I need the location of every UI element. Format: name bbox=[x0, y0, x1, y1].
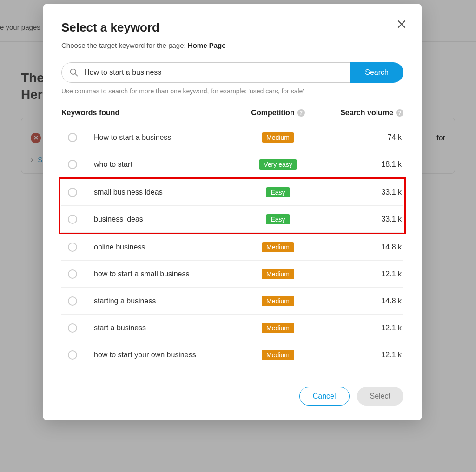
modal-title: Select a keyword bbox=[61, 20, 403, 35]
help-icon[interactable]: ? bbox=[396, 109, 403, 117]
keyword-text: how to start a small business bbox=[94, 270, 236, 278]
volume-cell: 12.1 k bbox=[320, 270, 403, 278]
competition-badge: Medium bbox=[262, 242, 294, 252]
radio-button[interactable] bbox=[68, 323, 77, 333]
volume-cell: 74 k bbox=[320, 133, 403, 142]
col-volume: Search volume ? bbox=[320, 109, 403, 117]
competition-badge: Medium bbox=[262, 350, 294, 360]
keyword-text: business ideas bbox=[94, 215, 236, 223]
table-row[interactable]: How to start a businessMedium74 k bbox=[61, 124, 403, 151]
search-input-wrap[interactable] bbox=[61, 62, 350, 83]
competition-cell: Easy bbox=[236, 187, 320, 197]
radio-button[interactable] bbox=[68, 188, 77, 197]
search-row: Search bbox=[61, 62, 403, 83]
radio-button[interactable] bbox=[68, 160, 77, 169]
competition-cell: Medium bbox=[236, 269, 320, 279]
radio-button[interactable] bbox=[68, 269, 77, 279]
cancel-button[interactable]: Cancel bbox=[299, 387, 350, 406]
volume-cell: 12.1 k bbox=[320, 351, 403, 359]
volume-cell: 14.8 k bbox=[320, 243, 403, 251]
competition-cell: Very easy bbox=[236, 159, 320, 170]
competition-badge: Medium bbox=[262, 323, 294, 333]
help-icon[interactable]: ? bbox=[298, 109, 305, 117]
svg-line-1 bbox=[75, 74, 78, 76]
table-row[interactable]: business ideasEasy33.1 k bbox=[61, 206, 403, 233]
table-row[interactable]: small business ideasEasy33.1 k bbox=[61, 179, 403, 206]
keyword-text: How to start a business bbox=[94, 133, 236, 142]
volume-cell: 18.1 k bbox=[320, 160, 403, 169]
table-row[interactable]: how to start your own businessMedium12.1… bbox=[61, 341, 403, 368]
competition-badge: Easy bbox=[266, 214, 290, 224]
volume-cell: 33.1 k bbox=[320, 215, 403, 223]
keyword-text: online business bbox=[94, 243, 236, 251]
competition-cell: Easy bbox=[236, 214, 320, 224]
keyword-text: starting a business bbox=[94, 297, 236, 305]
competition-cell: Medium bbox=[236, 350, 320, 360]
select-keyword-modal: Select a keyword Choose the target keywo… bbox=[43, 4, 422, 420]
competition-badge: Easy bbox=[266, 187, 290, 197]
col-competition: Competition ? bbox=[236, 109, 320, 117]
table-body: How to start a businessMedium74 kwho to … bbox=[61, 124, 403, 368]
competition-cell: Medium bbox=[236, 242, 320, 252]
competition-badge: Medium bbox=[262, 269, 294, 279]
competition-cell: Medium bbox=[236, 296, 320, 306]
radio-button[interactable] bbox=[68, 350, 77, 360]
radio-button[interactable] bbox=[68, 215, 77, 224]
search-hint: Use commas to search for more than one k… bbox=[61, 87, 403, 95]
close-icon bbox=[396, 19, 407, 30]
table-header: Keywords found Competition ? Search volu… bbox=[61, 109, 403, 124]
search-icon bbox=[69, 68, 79, 77]
volume-cell: 33.1 k bbox=[320, 188, 403, 197]
table-row[interactable]: how to start a small businessMedium12.1 … bbox=[61, 261, 403, 288]
search-input[interactable] bbox=[84, 68, 342, 77]
competition-badge: Very easy bbox=[259, 159, 297, 170]
subtitle-page-name: Home Page bbox=[188, 41, 226, 49]
table-row[interactable]: online businessMedium14.8 k bbox=[61, 234, 403, 261]
table-row[interactable]: starting a businessMedium14.8 k bbox=[61, 288, 403, 315]
competition-badge: Medium bbox=[262, 296, 294, 306]
competition-cell: Medium bbox=[236, 132, 320, 143]
col-keywords: Keywords found bbox=[61, 109, 236, 117]
keyword-text: who to start bbox=[94, 160, 236, 169]
volume-cell: 12.1 k bbox=[320, 324, 403, 332]
radio-button[interactable] bbox=[68, 243, 77, 252]
search-button[interactable]: Search bbox=[350, 62, 403, 83]
table-row[interactable]: who to startVery easy18.1 k bbox=[61, 151, 403, 178]
highlight-annotation: small business ideasEasy33.1 kbusiness i… bbox=[59, 177, 406, 234]
keyword-text: start a business bbox=[94, 324, 236, 332]
radio-button[interactable] bbox=[68, 296, 77, 306]
keyword-text: how to start your own business bbox=[94, 351, 236, 359]
competition-badge: Medium bbox=[262, 132, 294, 143]
radio-button[interactable] bbox=[68, 133, 77, 142]
modal-subtitle: Choose the target keyword for the page: … bbox=[61, 41, 403, 49]
keyword-text: small business ideas bbox=[94, 188, 236, 197]
close-button[interactable] bbox=[396, 19, 407, 30]
select-button[interactable]: Select bbox=[357, 387, 403, 406]
modal-actions: Cancel Select bbox=[61, 387, 403, 406]
competition-cell: Medium bbox=[236, 323, 320, 333]
volume-cell: 14.8 k bbox=[320, 297, 403, 305]
table-row[interactable]: start a businessMedium12.1 k bbox=[61, 315, 403, 341]
